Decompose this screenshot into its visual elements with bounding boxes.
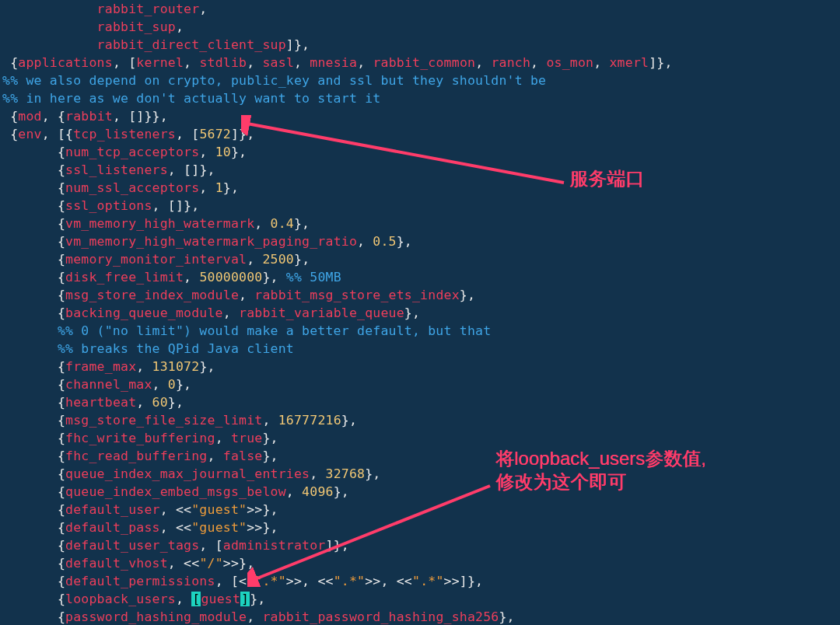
erlang-config-code: rabbit_router, rabbit_sup, rabbit_direct… xyxy=(2,0,673,625)
annotation-line-1: 将loopback_users参数值, xyxy=(495,448,706,469)
annotation-loopback-users: 将loopback_users参数值, 修改为这个即可 xyxy=(495,447,706,494)
annotation-service-port: 服务端口 xyxy=(569,167,644,190)
annotation-line-2: 修改为这个即可 xyxy=(495,471,626,492)
